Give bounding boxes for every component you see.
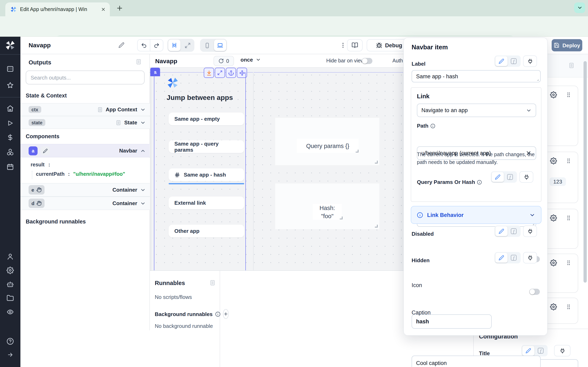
navbar-component-row[interactable]: a Navbar: [20, 144, 150, 157]
static-editor-button[interactable]: [495, 56, 508, 66]
connect-plug-button[interactable]: [523, 225, 537, 237]
static-editor-button[interactable]: [492, 172, 504, 182]
outputs-search[interactable]: [26, 71, 145, 84]
rail-schedules-icon[interactable]: [7, 163, 14, 170]
static-editor-button[interactable]: [495, 253, 508, 263]
hash-text-box[interactable]: Hash: "foo": [313, 204, 342, 220]
state-row[interactable]: state State: [20, 116, 150, 129]
chevron-down-icon[interactable]: [140, 107, 146, 112]
nav-item-other-app[interactable]: Other app: [169, 225, 244, 237]
redo-button[interactable]: [150, 40, 163, 51]
connect-plug-button[interactable]: [519, 171, 533, 183]
expression-editor-button[interactable]: f: [504, 172, 516, 182]
desktop-preview-button[interactable]: [214, 40, 226, 51]
selected-component-tag[interactable]: a: [150, 68, 160, 76]
deploy-button[interactable]: Deploy: [552, 39, 582, 51]
ctx-row[interactable]: ctx App Context: [20, 103, 150, 116]
caption-input[interactable]: Cool caption: [412, 356, 541, 367]
rail-resources-icon[interactable]: [7, 149, 14, 156]
expression-editor-button[interactable]: f: [508, 253, 520, 263]
chevron-down-icon[interactable]: [140, 187, 146, 193]
more-options-kebab-icon[interactable]: [340, 42, 346, 49]
rail-home-icon[interactable]: [7, 105, 14, 112]
rail-users-icon[interactable]: [7, 253, 14, 260]
gear-icon[interactable]: [550, 303, 557, 310]
container-e-row[interactable]: e Container: [20, 183, 150, 197]
rail-audit-eye-icon[interactable]: [7, 308, 14, 316]
panel-collapse-icon[interactable]: [209, 280, 216, 286]
rail-favorites-star-icon[interactable]: [7, 82, 14, 89]
container-d-row[interactable]: d Container: [20, 197, 150, 210]
browser-tab[interactable]: Edit App u/henri/navapp | Win: [5, 2, 110, 16]
resize-handle-icon[interactable]: [535, 77, 539, 81]
connect-plug-button[interactable]: [554, 345, 571, 356]
tab-search-button[interactable]: [574, 2, 585, 13]
expression-editor-button[interactable]: f: [508, 56, 520, 66]
new-tab-button[interactable]: [116, 4, 123, 12]
windmill-logo-icon[interactable]: [5, 40, 16, 50]
gear-icon[interactable]: [550, 157, 557, 164]
resize-corner[interactable]: [375, 161, 378, 164]
rail-runs-icon[interactable]: [7, 120, 13, 126]
edit-title-pencil-icon[interactable]: [118, 42, 125, 48]
connect-plug-button[interactable]: [523, 252, 537, 263]
resize-corner[interactable]: [356, 150, 359, 152]
expression-editor-button[interactable]: f: [535, 346, 547, 356]
rail-help-icon[interactable]: [7, 338, 14, 345]
query-params-container[interactable]: Query params {}: [275, 118, 379, 165]
schedule-dropdown[interactable]: once: [241, 57, 261, 63]
hidden-toggle[interactable]: [529, 289, 540, 295]
gear-icon[interactable]: [550, 215, 557, 221]
sidebar-scrollbar[interactable]: [584, 61, 587, 283]
drag-handle-grip-icon[interactable]: [566, 158, 572, 164]
rail-variables-icon[interactable]: [7, 134, 14, 141]
expression-editor-button[interactable]: f: [508, 226, 520, 236]
link-type-select[interactable]: Navigate to an app: [417, 104, 536, 117]
static-editor-button[interactable]: [522, 346, 535, 356]
query-params-text-box[interactable]: Query params {}: [297, 139, 359, 153]
hash-container[interactable]: Hash: "foo": [275, 184, 379, 229]
component-expand-button[interactable]: [215, 68, 225, 78]
nav-item-same-app-hash[interactable]: Same app - hash: [169, 168, 244, 181]
rail-workers-icon[interactable]: [7, 281, 14, 288]
nav-item-external-link[interactable]: External link: [169, 197, 244, 209]
panel-collapse-icon[interactable]: [136, 59, 142, 65]
search-outputs-input[interactable]: [31, 75, 140, 81]
label-textarea[interactable]: Same app - hash: [412, 70, 541, 82]
docs-button[interactable]: [347, 39, 363, 51]
panel-collapse-icon[interactable]: [568, 62, 575, 68]
hide-bar-toggle[interactable]: [362, 58, 372, 64]
nav-item-same-app-empty[interactable]: Same app - empty: [169, 113, 244, 125]
chevron-down-icon[interactable]: [140, 120, 146, 125]
centered-layout-button[interactable]: [168, 40, 181, 51]
fullwidth-layout-button[interactable]: [181, 40, 194, 51]
container-d-chip[interactable]: d: [29, 199, 45, 208]
gear-icon[interactable]: [550, 91, 557, 98]
resize-corner[interactable]: [375, 225, 378, 227]
drag-handle-grip-icon[interactable]: [566, 92, 572, 98]
rail-apps-icon[interactable]: [7, 65, 14, 73]
rail-expand-arrow-icon[interactable]: [7, 351, 13, 358]
component-anchor-button[interactable]: [226, 68, 236, 78]
rail-folders-icon[interactable]: [7, 294, 14, 302]
gear-icon[interactable]: [550, 259, 557, 266]
component-fill-height-button[interactable]: [204, 68, 214, 78]
tab-close-icon[interactable]: [101, 7, 106, 12]
container-e-chip[interactable]: e: [29, 185, 44, 194]
link-behavior-collapsible[interactable]: Link Behavior: [411, 206, 541, 224]
nav-item-query-params[interactable]: Same app - query params: [169, 140, 244, 153]
mobile-preview-button[interactable]: [201, 40, 213, 51]
drag-handle-grip-icon[interactable]: [566, 215, 572, 221]
rail-settings-gear-icon[interactable]: [7, 267, 14, 274]
add-background-runnable-button[interactable]: [223, 309, 228, 319]
undo-button[interactable]: [138, 40, 150, 51]
refresh-count-button[interactable]: 0: [214, 56, 234, 66]
resize-corner[interactable]: [340, 217, 343, 219]
chevron-up-icon[interactable]: [140, 148, 146, 154]
drag-handle-grip-icon[interactable]: [566, 260, 572, 266]
chevron-down-icon[interactable]: [140, 200, 146, 206]
connect-plug-button[interactable]: [523, 55, 537, 67]
icon-input[interactable]: hash: [412, 314, 492, 329]
edit-component-pencil[interactable]: [41, 146, 50, 155]
static-editor-button[interactable]: [495, 226, 508, 236]
